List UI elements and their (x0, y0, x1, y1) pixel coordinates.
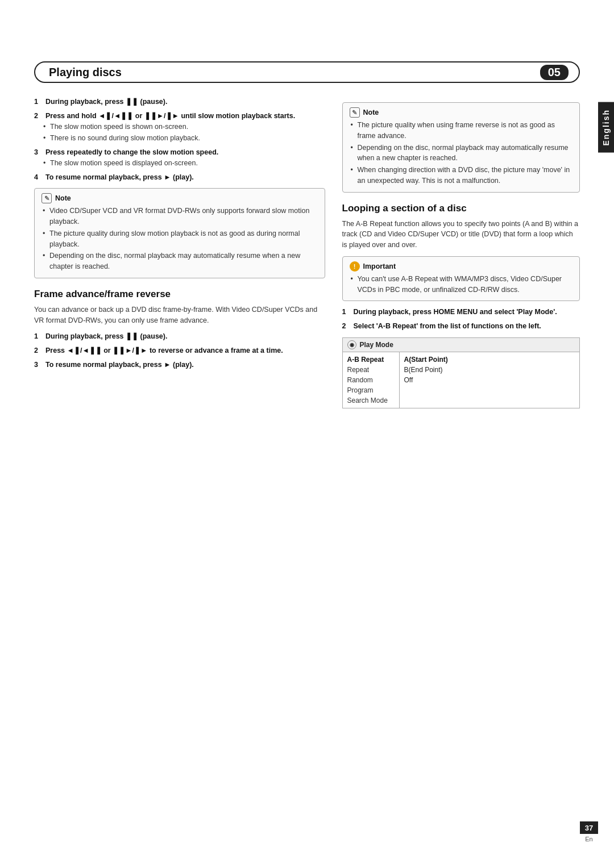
bullet-3-1: The slow motion speed is displayed on-sc… (42, 158, 325, 169)
chapter-number: 05 (540, 65, 569, 80)
note-bullet-2: The picture quality during slow motion p… (42, 228, 318, 250)
slow-motion-note: ✎ Note Video CD/Super VCD and VR format … (34, 188, 325, 278)
frame-step-2: 2 Press ◄❚/◄❚❚ or ❚❚►/❚► to reverse or a… (34, 345, 325, 356)
important-icon: ! (350, 261, 360, 272)
play-mode-right-item-0: A(Start Point) (404, 354, 575, 365)
note-bullet-3: Depending on the disc, normal playback m… (42, 251, 318, 272)
looping-intro: The A-B Repeat function allows you to sp… (342, 219, 580, 251)
right-column: ✎ Note The picture quality when using fr… (342, 97, 580, 408)
right-note-bullet-3: When changing direction with a DVD disc,… (350, 165, 573, 186)
step-num-1: 1 (34, 97, 42, 107)
loop-step-1: 1 During playback, press HOME MENU and s… (342, 307, 580, 318)
step-3-bullets: The slow motion speed is displayed on-sc… (42, 158, 325, 169)
play-mode-item-2: Random (347, 375, 395, 385)
play-mode-item-1: Repeat (347, 365, 395, 375)
note-bullet-1: Video CD/Super VCD and VR format DVD-RWs… (42, 206, 318, 227)
important-label: Important (363, 262, 396, 270)
play-mode-item-0: A-B Repeat (347, 354, 395, 365)
step-num-4: 4 (34, 172, 42, 183)
play-mode-header: ◉ Play Mode (343, 338, 580, 352)
right-note-bullet-2: Depending on the disc, normal playback m… (350, 143, 573, 164)
play-mode-title: Play Mode (360, 341, 393, 349)
frame-step-num-3: 3 (34, 360, 42, 370)
looping-heading: Looping a section of a disc (342, 203, 580, 214)
important-box: ! Important You can't use A-B Repeat wit… (342, 256, 580, 302)
note-icon: ✎ (42, 193, 52, 203)
play-mode-right-col: A(Start Point) B(End Point) Off (400, 352, 580, 408)
bullet-2-2: There is no sound during slow motion pla… (42, 133, 325, 144)
page-title: Playing discs (49, 66, 122, 79)
step-text-1: During playback, press ❚❚ (pause). (45, 97, 167, 107)
play-mode-body: A-B Repeat Repeat Random Program Search … (343, 352, 580, 408)
language-tab: English (598, 102, 614, 153)
frame-advance-intro: You can advance or back up a DVD disc fr… (34, 304, 325, 326)
loop-step-text-2: Select 'A-B Repeat' from the list of fun… (354, 321, 541, 332)
page-number: 37 (580, 821, 598, 834)
page-suffix: En (580, 836, 598, 842)
right-note-label: Note (363, 108, 379, 116)
play-mode-table: ◉ Play Mode A-B Repeat Repeat Random Pro… (342, 337, 580, 408)
step-3-slow: 3 Press repeatedly to change the slow mo… (34, 147, 325, 169)
frame-step-text-1: During playback, press ❚❚ (pause). (45, 331, 167, 342)
loop-step-2: 2 Select 'A-B Repeat' from the list of f… (342, 321, 580, 332)
play-mode-item-4: Search Mode (347, 395, 395, 406)
frame-step-3: 3 To resume normal playback, press ► (pl… (34, 360, 325, 370)
step-text-2: Press and hold ◄❚/◄❚❚ or ❚❚►/❚► until sl… (45, 111, 295, 122)
play-mode-right-item-2: Off (404, 375, 575, 385)
frame-step-text-3: To resume normal playback, press ► (play… (45, 360, 194, 370)
important-bullet-1: You can't use A-B Repeat with WMA/MP3 di… (350, 274, 573, 295)
main-content: 1 During playback, press ❚❚ (pause). 2 P… (34, 97, 580, 823)
frame-advance-heading: Frame advance/frame reverse (34, 289, 325, 300)
play-mode-right-item-1: B(End Point) (404, 365, 575, 375)
play-mode-disc-icon: ◉ (347, 340, 356, 349)
step-2-slow: 2 Press and hold ◄❚/◄❚❚ or ❚❚►/❚► until … (34, 111, 325, 144)
frame-step-num-1: 1 (34, 331, 42, 342)
frame-step-1: 1 During playback, press ❚❚ (pause). (34, 331, 325, 342)
step-1-slow: 1 During playback, press ❚❚ (pause). (34, 97, 325, 107)
step-num-2: 2 (34, 111, 42, 122)
play-mode-item-3: Program (347, 385, 395, 395)
right-note-box: ✎ Note The picture quality when using fr… (342, 102, 580, 193)
step-2-bullets: The slow motion speed is shown on-screen… (42, 122, 325, 144)
loop-step-num-2: 2 (342, 321, 350, 332)
loop-step-num-1: 1 (342, 307, 350, 318)
step-text-3: Press repeatedly to change the slow moti… (45, 147, 218, 158)
step-4-slow: 4 To resume normal playback, press ► (pl… (34, 172, 325, 183)
play-mode-left-col: A-B Repeat Repeat Random Program Search … (343, 352, 400, 408)
frame-step-text-2: Press ◄❚/◄❚❚ or ❚❚►/❚► to reverse or adv… (45, 345, 283, 356)
right-note-bullet-1: The picture quality when using frame rev… (350, 120, 573, 141)
step-text-4: To resume normal playback, press ► (play… (45, 172, 194, 183)
right-note-icon: ✎ (350, 107, 360, 118)
loop-step-text-1: During playback, press HOME MENU and sel… (354, 307, 557, 318)
left-column: 1 During playback, press ❚❚ (pause). 2 P… (34, 97, 325, 408)
frame-step-num-2: 2 (34, 345, 42, 356)
note-label: Note (55, 194, 71, 202)
bullet-2-1: The slow motion speed is shown on-screen… (42, 122, 325, 132)
step-num-3: 3 (34, 147, 42, 158)
chapter-header: Playing discs 05 (34, 61, 580, 83)
